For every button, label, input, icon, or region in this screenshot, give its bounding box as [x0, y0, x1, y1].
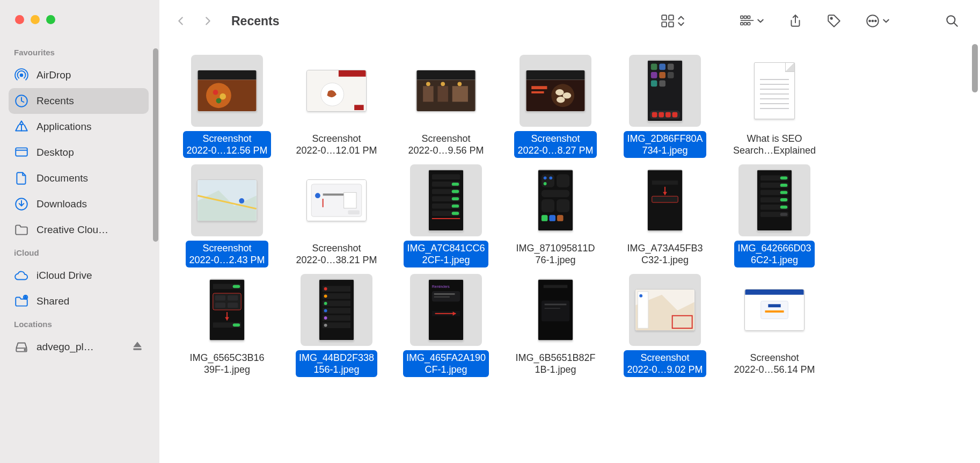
svg-rect-147 [429, 280, 463, 340]
svg-point-34 [220, 93, 226, 100]
sidebar-item-desktop[interactable]: Desktop [9, 140, 149, 165]
sidebar-scrollbar-thumb[interactable] [153, 48, 158, 242]
svg-point-35 [216, 98, 222, 104]
svg-rect-15 [741, 16, 743, 19]
svg-rect-128 [215, 302, 225, 308]
svg-rect-149 [432, 291, 460, 301]
sidebar-item-airdrop[interactable]: AirDrop [9, 62, 149, 88]
file-item[interactable]: Screenshot2022-0…8.27 PM [501, 55, 610, 158]
file-label: Screenshot2022-0…8.27 PM [514, 131, 596, 158]
svg-rect-63 [651, 81, 657, 87]
file-item[interactable]: IMG_44BD2F338156-1.jpeg [282, 274, 391, 377]
svg-rect-167 [768, 304, 780, 307]
svg-point-27 [875, 20, 876, 22]
svg-rect-80 [432, 175, 460, 180]
svg-rect-101 [542, 215, 548, 221]
tags-button[interactable] [822, 9, 846, 33]
svg-rect-93 [542, 175, 554, 187]
zoom-window-button[interactable] [46, 15, 55, 24]
svg-rect-44 [452, 86, 468, 102]
back-button[interactable] [169, 9, 193, 33]
svg-point-146 [324, 324, 327, 327]
svg-rect-62 [668, 72, 674, 78]
file-grid-container[interactable]: Screenshot2022-0…12.56 PMScreenshot2022-… [159, 42, 980, 463]
minimize-window-button[interactable] [31, 15, 40, 24]
file-thumbnail [410, 55, 482, 127]
file-item[interactable]: IMG_6B5651B82F1B-1.jpeg [501, 274, 610, 377]
sidebar-item-disk[interactable]: advego_pl… [9, 334, 149, 360]
file-item[interactable]: RemindersIMG_465FA2A190CF-1.jpeg [391, 274, 501, 377]
eject-icon[interactable] [131, 340, 143, 354]
shared-icon [14, 294, 29, 309]
file-thumbnail [738, 164, 810, 236]
svg-rect-111 [780, 176, 788, 179]
group-button[interactable] [735, 9, 769, 33]
sidebar-item-icloud[interactable]: iCloud Drive [9, 263, 149, 288]
sidebar-item-shared[interactable]: Shared [9, 288, 149, 314]
file-item[interactable]: Screenshot2022-0…56.14 PM [720, 274, 829, 377]
file-item[interactable]: Screenshot2022-0…2.43 PM [172, 164, 282, 267]
svg-rect-39 [354, 105, 364, 110]
forward-button[interactable] [196, 9, 220, 33]
svg-point-53 [557, 97, 565, 103]
svg-point-51 [555, 89, 564, 96]
svg-rect-99 [542, 199, 554, 212]
svg-rect-48 [526, 70, 584, 80]
search-button[interactable] [940, 9, 964, 33]
svg-rect-78 [348, 211, 359, 215]
sidebar-item-downloads[interactable]: Downloads [9, 191, 149, 217]
file-item[interactable]: Screenshot2022-0…9.56 PM [391, 55, 501, 158]
svg-rect-21 [748, 23, 750, 25]
svg-point-136 [324, 287, 327, 291]
file-item[interactable]: Screenshot2022-0…12.01 PM [282, 55, 391, 158]
file-item[interactable]: What is SEOSearch…Explained [720, 55, 829, 158]
svg-rect-19 [741, 23, 743, 25]
apps-icon [14, 119, 29, 134]
file-label: Screenshot2022-0…38.21 PM [292, 241, 380, 267]
file-item[interactable]: IMG_2D86FF80A734-1.jpeg [610, 55, 720, 158]
svg-point-97 [544, 182, 547, 185]
file-item[interactable]: IMG_642666D036C2-1.jpeg [720, 164, 829, 267]
svg-rect-66 [652, 112, 657, 118]
action-button[interactable] [861, 9, 894, 33]
view-icons-button[interactable] [656, 9, 689, 33]
svg-rect-57 [651, 64, 657, 70]
svg-rect-158 [545, 303, 567, 305]
svg-point-96 [549, 176, 552, 179]
file-thumbnail [629, 55, 701, 127]
svg-rect-161 [638, 292, 648, 328]
file-item[interactable]: IMG_6565C3B1639F-1.jpeg [172, 274, 282, 377]
file-item[interactable]: IMG_A7C841CC62CF-1.jpeg [391, 164, 501, 267]
svg-rect-42 [423, 86, 433, 102]
content-scrollbar-thumb[interactable] [972, 44, 978, 92]
file-item[interactable]: IMG_A73A45FB3C32-1.jpeg [610, 164, 720, 267]
file-item[interactable]: Screenshot2022-0…9.02 PM [610, 274, 720, 377]
sidebar-list[interactable]: FavouritesAirDropRecentsApplicationsDesk… [0, 42, 159, 463]
file-label: IMG_2D86FF80A734-1.jpeg [624, 131, 706, 158]
share-button[interactable] [784, 9, 807, 33]
file-item[interactable]: IMG_871095811D76-1.jpeg [501, 164, 610, 267]
svg-rect-133 [233, 323, 240, 327]
sidebar-item-documents[interactable]: Documents [9, 165, 149, 191]
svg-point-9 [24, 349, 25, 350]
svg-rect-119 [780, 206, 788, 209]
svg-point-138 [324, 294, 327, 298]
close-window-button[interactable] [15, 15, 24, 24]
file-item[interactable]: Screenshot2022-0…12.56 PM [172, 55, 282, 158]
svg-rect-103 [557, 215, 564, 221]
sidebar-item-recents[interactable]: Recents [9, 88, 149, 114]
sidebar-item-label: Recents [36, 95, 143, 107]
sidebar-item-folder[interactable]: Creative Clou… [9, 217, 149, 243]
svg-rect-77 [344, 192, 356, 208]
svg-rect-129 [228, 302, 238, 308]
file-thumbnail [629, 274, 701, 346]
file-item[interactable]: Screenshot2022-0…38.21 PM [282, 164, 391, 267]
file-thumbnail [410, 164, 482, 236]
svg-rect-88 [452, 205, 459, 208]
svg-rect-100 [557, 199, 569, 212]
file-label: IMG_871095811D76-1.jpeg [513, 241, 598, 267]
svg-rect-12 [669, 15, 674, 20]
file-label: IMG_642666D036C2-1.jpeg [734, 241, 814, 267]
sidebar-item-apps[interactable]: Applications [9, 114, 149, 140]
svg-rect-121 [780, 213, 788, 216]
